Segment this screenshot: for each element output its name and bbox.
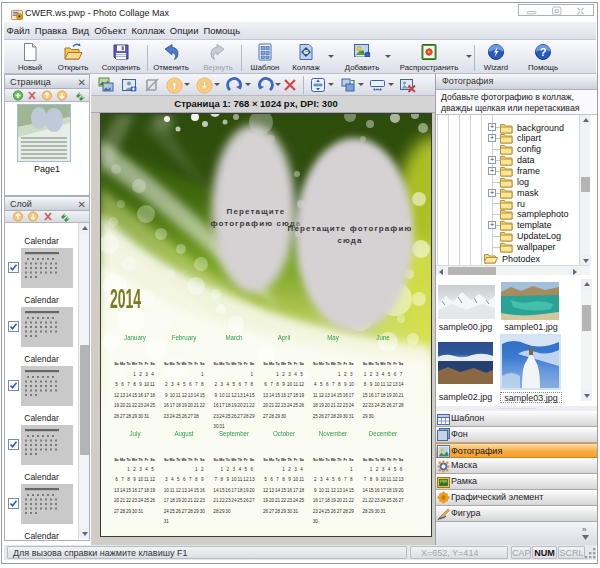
svg-text:?: ? — [540, 46, 547, 58]
